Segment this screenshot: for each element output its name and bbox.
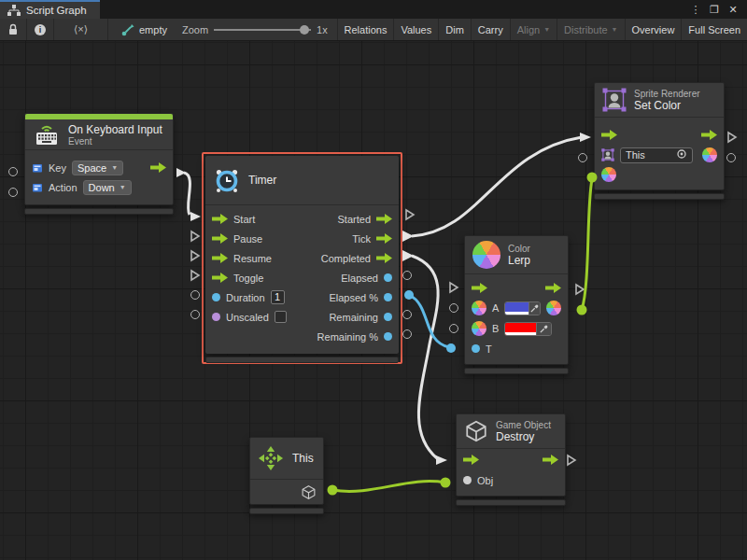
timer-icon — [213, 166, 241, 194]
zoom-slider[interactable] — [214, 29, 311, 31]
input-field-icon — [32, 182, 43, 193]
fit-icon: ⟨×⟩ — [74, 23, 88, 35]
port-timer-remaining[interactable] — [402, 310, 412, 319]
flow-out-port[interactable] — [376, 233, 392, 244]
port-lerp-flow-in[interactable] — [448, 281, 459, 294]
port-keyboard-action[interactable] — [8, 188, 18, 197]
edge-endpoint — [402, 231, 414, 242]
flow-out-port[interactable] — [543, 455, 558, 465]
port-lerp-a[interactable] — [449, 303, 458, 313]
flow-in-port[interactable] — [463, 455, 479, 465]
port-lerp-flow-out[interactable] — [574, 283, 585, 296]
port-timer-started[interactable] — [404, 208, 416, 221]
edge-endpoint — [404, 290, 414, 300]
fullscreen-button[interactable]: Full Screen — [682, 19, 747, 40]
eyedropper-button[interactable] — [529, 302, 540, 315]
flow-out-port[interactable] — [701, 130, 717, 140]
flow-in-port[interactable] — [472, 283, 487, 293]
port-timer-elapsed[interactable] — [402, 271, 412, 280]
duration-input[interactable]: 1 — [271, 290, 285, 304]
chevron-down-icon: ▼ — [612, 26, 618, 33]
this-icon — [258, 445, 284, 471]
lock-button[interactable] — [0, 19, 27, 40]
relations-button[interactable]: Relations — [337, 19, 395, 40]
zoom-to-fit-button[interactable]: ⟨×⟩ — [54, 19, 108, 40]
edge-completed-to-destroy — [412, 256, 438, 458]
float-port[interactable] — [212, 293, 220, 301]
bool-port[interactable] — [212, 313, 220, 321]
info-icon: i — [35, 24, 46, 35]
float-port[interactable] — [384, 273, 392, 282]
color-b-field[interactable] — [504, 322, 552, 336]
game-object-out-port[interactable] — [301, 484, 317, 500]
color-b-swatch[interactable] — [505, 323, 536, 335]
node-set-color[interactable]: Sprite Renderer Set Color This — [594, 82, 725, 200]
object-picker-icon[interactable] — [676, 148, 687, 160]
port-destroy-flow-out[interactable] — [566, 454, 577, 467]
edge-this-to-obj — [332, 482, 445, 492]
graph-canvas[interactable]: On Keyboard Input Event Key Space▼ — [0, 41, 747, 560]
port-timer-remaining-pct[interactable] — [402, 329, 412, 339]
object-port[interactable] — [463, 476, 472, 484]
node-title: Lerp — [508, 254, 530, 267]
color-port-icon[interactable] — [472, 301, 486, 315]
color-out-port[interactable] — [702, 147, 717, 162]
edge-elapsedpct-to-t — [409, 295, 449, 347]
color-out-port[interactable] — [546, 301, 561, 315]
port-timer-pause[interactable] — [190, 230, 201, 243]
target-field[interactable]: This — [620, 147, 693, 163]
menu-icon[interactable]: ⋮ — [687, 4, 704, 16]
flow-out-port[interactable] — [150, 162, 166, 173]
color-a-swatch[interactable] — [505, 302, 529, 315]
port-timer-resume[interactable] — [190, 249, 201, 262]
float-port[interactable] — [384, 313, 392, 321]
port-setcolor-target[interactable] — [578, 153, 587, 162]
flow-in-port[interactable] — [212, 233, 228, 244]
flow-out-port[interactable] — [545, 283, 561, 293]
port-timer-duration[interactable] — [190, 290, 200, 300]
zoom-value: 1x — [317, 24, 328, 35]
port-setcolor-flow-out[interactable] — [726, 131, 738, 144]
node-on-keyboard-input[interactable]: On Keyboard Input Event Key Space▼ — [24, 113, 174, 215]
unscaled-checkbox[interactable] — [275, 311, 287, 323]
dim-button[interactable]: Dim — [439, 19, 472, 40]
color-in-port[interactable] — [601, 167, 616, 182]
node-this[interactable]: This — [249, 437, 324, 514]
float-port[interactable] — [384, 293, 392, 301]
node-footer — [24, 208, 174, 215]
float-port[interactable] — [384, 332, 392, 341]
key-dropdown[interactable]: Space▼ — [72, 161, 123, 175]
values-button[interactable]: Values — [394, 19, 439, 40]
node-destroy[interactable]: Game Object Destroy Obj — [456, 413, 566, 506]
flow-in-port[interactable] — [212, 273, 228, 283]
node-color-lerp[interactable]: Color Lerp A B T — [464, 235, 569, 374]
carry-button[interactable]: Carry — [472, 19, 511, 40]
eyedropper-button[interactable] — [536, 323, 551, 335]
color-a-field[interactable] — [504, 301, 541, 315]
tab-script-graph[interactable]: Script Graph — [0, 0, 100, 19]
flow-out-port[interactable] — [376, 253, 392, 263]
color-port-icon[interactable] — [472, 321, 486, 336]
flow-out-port[interactable] — [376, 214, 392, 224]
flow-in-port[interactable] — [212, 253, 228, 263]
action-dropdown[interactable]: Down▼ — [83, 180, 132, 195]
edge-endpoint — [446, 343, 456, 353]
flow-in-port[interactable] — [212, 214, 228, 224]
overview-button[interactable]: Overview — [626, 19, 683, 40]
color-wheel-icon — [472, 241, 500, 269]
game-object-icon — [464, 419, 488, 443]
flow-in-port[interactable] — [601, 130, 617, 140]
close-icon[interactable]: ✕ — [725, 4, 741, 16]
zoom-slider-handle[interactable] — [300, 25, 309, 35]
maximize-icon[interactable]: ❐ — [706, 4, 723, 16]
port-setcolor-out[interactable] — [726, 153, 736, 162]
input-field-icon — [32, 162, 43, 174]
info-button[interactable]: i — [27, 19, 54, 40]
port-timer-unscaled[interactable] — [190, 310, 200, 319]
port-timer-toggle[interactable] — [190, 269, 201, 282]
node-timer-selected[interactable]: Timer StartStarted PauseTick ResumeCompl… — [202, 152, 402, 364]
port-lerp-b[interactable] — [449, 324, 458, 333]
float-port[interactable] — [472, 344, 480, 353]
port-keyboard-key[interactable] — [8, 167, 18, 176]
node-title: Destroy — [496, 430, 551, 443]
